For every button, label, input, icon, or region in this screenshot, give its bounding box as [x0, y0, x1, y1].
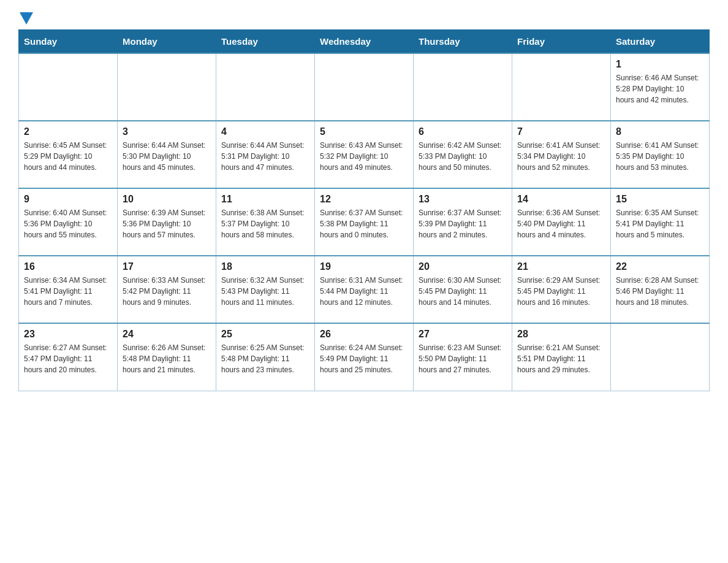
calendar-cell [315, 53, 414, 121]
calendar-cell: 11Sunrise: 6:38 AM Sunset: 5:37 PM Dayli… [216, 188, 315, 256]
day-number: 27 [419, 329, 507, 340]
day-info: Sunrise: 6:21 AM Sunset: 5:51 PM Dayligh… [517, 342, 605, 375]
day-info: Sunrise: 6:37 AM Sunset: 5:39 PM Dayligh… [419, 207, 507, 240]
day-info: Sunrise: 6:36 AM Sunset: 5:40 PM Dayligh… [517, 207, 605, 240]
day-info: Sunrise: 6:45 AM Sunset: 5:29 PM Dayligh… [24, 140, 112, 173]
calendar-cell: 22Sunrise: 6:28 AM Sunset: 5:46 PM Dayli… [611, 256, 710, 323]
calendar-cell: 10Sunrise: 6:39 AM Sunset: 5:36 PM Dayli… [118, 188, 216, 256]
day-header-tuesday: Tuesday [216, 30, 315, 54]
calendar-table: SundayMondayTuesdayWednesdayThursdayFrid… [18, 29, 710, 391]
day-number: 5 [320, 126, 408, 137]
calendar-cell: 13Sunrise: 6:37 AM Sunset: 5:39 PM Dayli… [414, 188, 512, 256]
calendar-cell: 4Sunrise: 6:44 AM Sunset: 5:31 PM Daylig… [216, 121, 315, 188]
calendar-cell: 20Sunrise: 6:30 AM Sunset: 5:45 PM Dayli… [414, 256, 512, 323]
day-number: 26 [320, 329, 408, 340]
logo [18, 12, 33, 23]
calendar-week-row: 9Sunrise: 6:40 AM Sunset: 5:36 PM Daylig… [19, 188, 710, 256]
day-info: Sunrise: 6:42 AM Sunset: 5:33 PM Dayligh… [419, 140, 507, 173]
day-info: Sunrise: 6:35 AM Sunset: 5:41 PM Dayligh… [616, 207, 704, 240]
day-number: 20 [419, 261, 507, 272]
calendar-cell: 26Sunrise: 6:24 AM Sunset: 5:49 PM Dayli… [315, 323, 414, 391]
calendar-cell [216, 53, 315, 121]
day-header-sunday: Sunday [19, 30, 118, 54]
logo-triangle-icon [20, 12, 33, 25]
day-header-thursday: Thursday [414, 30, 512, 54]
day-number: 1 [616, 59, 704, 70]
day-info: Sunrise: 6:39 AM Sunset: 5:36 PM Dayligh… [123, 207, 211, 240]
calendar-week-row: 23Sunrise: 6:27 AM Sunset: 5:47 PM Dayli… [19, 323, 710, 391]
calendar-cell: 21Sunrise: 6:29 AM Sunset: 5:45 PM Dayli… [512, 256, 611, 323]
calendar-week-row: 1Sunrise: 6:46 AM Sunset: 5:28 PM Daylig… [19, 53, 710, 121]
calendar-week-row: 2Sunrise: 6:45 AM Sunset: 5:29 PM Daylig… [19, 121, 710, 188]
calendar-cell [118, 53, 216, 121]
calendar-cell: 16Sunrise: 6:34 AM Sunset: 5:41 PM Dayli… [19, 256, 118, 323]
calendar-cell: 7Sunrise: 6:41 AM Sunset: 5:34 PM Daylig… [512, 121, 611, 188]
day-number: 10 [123, 194, 211, 205]
day-number: 2 [24, 126, 112, 137]
calendar-cell: 12Sunrise: 6:37 AM Sunset: 5:38 PM Dayli… [315, 188, 414, 256]
day-info: Sunrise: 6:46 AM Sunset: 5:28 PM Dayligh… [616, 72, 704, 105]
day-info: Sunrise: 6:30 AM Sunset: 5:45 PM Dayligh… [419, 275, 507, 308]
calendar-cell: 15Sunrise: 6:35 AM Sunset: 5:41 PM Dayli… [611, 188, 710, 256]
day-info: Sunrise: 6:34 AM Sunset: 5:41 PM Dayligh… [24, 275, 112, 308]
calendar-cell: 17Sunrise: 6:33 AM Sunset: 5:42 PM Dayli… [118, 256, 216, 323]
day-info: Sunrise: 6:31 AM Sunset: 5:44 PM Dayligh… [320, 275, 408, 308]
day-number: 17 [123, 261, 211, 272]
day-info: Sunrise: 6:26 AM Sunset: 5:48 PM Dayligh… [123, 342, 211, 375]
calendar-cell: 5Sunrise: 6:43 AM Sunset: 5:32 PM Daylig… [315, 121, 414, 188]
calendar-week-row: 16Sunrise: 6:34 AM Sunset: 5:41 PM Dayli… [19, 256, 710, 323]
day-number: 3 [123, 126, 211, 137]
day-number: 15 [616, 194, 704, 205]
day-number: 24 [123, 329, 211, 340]
day-info: Sunrise: 6:41 AM Sunset: 5:35 PM Dayligh… [616, 140, 704, 173]
calendar-cell [611, 323, 710, 391]
day-number: 13 [419, 194, 507, 205]
day-number: 8 [616, 126, 704, 137]
day-number: 4 [221, 126, 309, 137]
day-number: 6 [419, 126, 507, 137]
calendar-cell: 8Sunrise: 6:41 AM Sunset: 5:35 PM Daylig… [611, 121, 710, 188]
calendar-cell: 2Sunrise: 6:45 AM Sunset: 5:29 PM Daylig… [19, 121, 118, 188]
day-header-monday: Monday [118, 30, 216, 54]
day-info: Sunrise: 6:43 AM Sunset: 5:32 PM Dayligh… [320, 140, 408, 173]
day-number: 18 [221, 261, 309, 272]
day-number: 9 [24, 194, 112, 205]
day-header-saturday: Saturday [611, 30, 710, 54]
day-number: 22 [616, 261, 704, 272]
calendar-cell: 18Sunrise: 6:32 AM Sunset: 5:43 PM Dayli… [216, 256, 315, 323]
day-info: Sunrise: 6:40 AM Sunset: 5:36 PM Dayligh… [24, 207, 112, 240]
calendar-cell: 14Sunrise: 6:36 AM Sunset: 5:40 PM Dayli… [512, 188, 611, 256]
day-number: 25 [221, 329, 309, 340]
day-number: 21 [517, 261, 605, 272]
calendar-cell: 27Sunrise: 6:23 AM Sunset: 5:50 PM Dayli… [414, 323, 512, 391]
page-header [18, 12, 710, 23]
calendar-cell: 1Sunrise: 6:46 AM Sunset: 5:28 PM Daylig… [611, 53, 710, 121]
svg-marker-0 [20, 12, 33, 25]
day-info: Sunrise: 6:38 AM Sunset: 5:37 PM Dayligh… [221, 207, 309, 240]
calendar-cell: 23Sunrise: 6:27 AM Sunset: 5:47 PM Dayli… [19, 323, 118, 391]
calendar-cell [19, 53, 118, 121]
calendar-cell: 24Sunrise: 6:26 AM Sunset: 5:48 PM Dayli… [118, 323, 216, 391]
day-info: Sunrise: 6:25 AM Sunset: 5:48 PM Dayligh… [221, 342, 309, 375]
calendar-cell [512, 53, 611, 121]
day-header-friday: Friday [512, 30, 611, 54]
day-number: 11 [221, 194, 309, 205]
calendar-cell: 19Sunrise: 6:31 AM Sunset: 5:44 PM Dayli… [315, 256, 414, 323]
day-number: 19 [320, 261, 408, 272]
day-number: 14 [517, 194, 605, 205]
day-number: 23 [24, 329, 112, 340]
day-info: Sunrise: 6:24 AM Sunset: 5:49 PM Dayligh… [320, 342, 408, 375]
day-number: 7 [517, 126, 605, 137]
day-info: Sunrise: 6:27 AM Sunset: 5:47 PM Dayligh… [24, 342, 112, 375]
day-number: 12 [320, 194, 408, 205]
day-number: 16 [24, 261, 112, 272]
day-number: 28 [517, 329, 605, 340]
day-info: Sunrise: 6:33 AM Sunset: 5:42 PM Dayligh… [123, 275, 211, 308]
day-header-wednesday: Wednesday [315, 30, 414, 54]
calendar-cell: 3Sunrise: 6:44 AM Sunset: 5:30 PM Daylig… [118, 121, 216, 188]
day-info: Sunrise: 6:37 AM Sunset: 5:38 PM Dayligh… [320, 207, 408, 240]
calendar-cell: 28Sunrise: 6:21 AM Sunset: 5:51 PM Dayli… [512, 323, 611, 391]
day-info: Sunrise: 6:29 AM Sunset: 5:45 PM Dayligh… [517, 275, 605, 308]
day-info: Sunrise: 6:23 AM Sunset: 5:50 PM Dayligh… [419, 342, 507, 375]
calendar-cell [414, 53, 512, 121]
